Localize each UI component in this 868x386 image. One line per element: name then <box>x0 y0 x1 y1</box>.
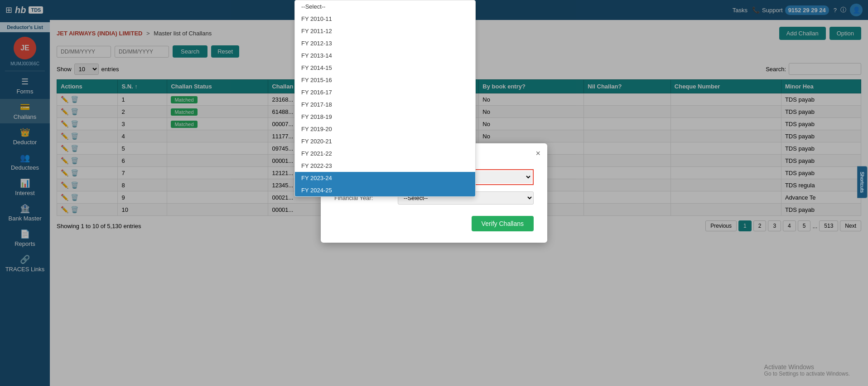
modal-close-button[interactable]: × <box>535 149 540 158</box>
fy-dropdown-option[interactable]: FY 2018-19 <box>295 111 475 123</box>
fy-dropdown-option[interactable]: FY 2022-23 <box>295 160 475 172</box>
verify-challans-button[interactable]: Verify Challans <box>472 216 534 231</box>
fy-dropdown-option[interactable]: FY 2019-20 <box>295 123 475 135</box>
fy-dropdown-option[interactable]: FY 2012-13 <box>295 37 475 49</box>
fy-dropdown-option[interactable]: FY 2017-18 <box>295 98 475 111</box>
fy-dropdown-option[interactable]: FY 2010-11 <box>295 13 475 25</box>
fy-dropdown-option[interactable]: FY 2021-22 <box>295 147 475 160</box>
fy-dropdown-list: --Select--FY 2010-11FY 2011-12FY 2012-13… <box>295 0 475 196</box>
shortcuts-tab[interactable]: Shortcuts <box>857 166 867 198</box>
fy-dropdown-option[interactable]: FY 2013-14 <box>295 49 475 62</box>
fy-dropdown-option[interactable]: FY 2023-24 <box>295 172 475 184</box>
fy-dropdown-option[interactable]: --Select-- <box>295 0 475 13</box>
fy-dropdown-option[interactable]: FY 2016-17 <box>295 86 475 98</box>
fy-dropdown-option[interactable]: FY 2024-25 <box>295 184 475 196</box>
fy-dropdown-popup: --Select--FY 2010-11FY 2011-12FY 2012-13… <box>294 0 476 197</box>
fy-dropdown-option[interactable]: FY 2011-12 <box>295 25 475 37</box>
fy-dropdown-option[interactable]: FY 2014-15 <box>295 62 475 74</box>
fy-dropdown-option[interactable]: FY 2015-16 <box>295 74 475 86</box>
fy-dropdown-option[interactable]: FY 2020-21 <box>295 135 475 147</box>
